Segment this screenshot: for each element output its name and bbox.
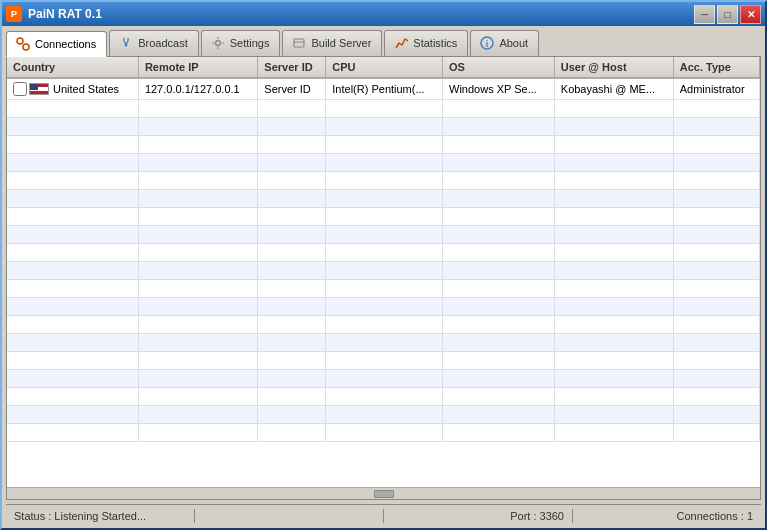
svg-point-4 bbox=[215, 41, 220, 46]
window-title: PaiN RAT 0.1 bbox=[28, 7, 102, 21]
tab-statistics-label: Statistics bbox=[413, 37, 457, 49]
tab-about-label: About bbox=[499, 37, 528, 49]
svg-rect-5 bbox=[294, 39, 304, 47]
empty-row bbox=[7, 172, 760, 190]
content-area: Country Remote IP Server ID CPU OS User … bbox=[6, 56, 761, 500]
maximize-button[interactable]: □ bbox=[717, 5, 738, 24]
empty-row bbox=[7, 154, 760, 172]
empty-row bbox=[7, 100, 760, 118]
tab-bar: Connections Broadcast Settings Build Ser… bbox=[2, 26, 765, 56]
title-bar: P PaiN RAT 0.1 ─ □ ✕ bbox=[0, 0, 767, 26]
row-checkbox[interactable] bbox=[13, 82, 27, 96]
title-bar-left: P PaiN RAT 0.1 bbox=[6, 6, 102, 22]
empty-row bbox=[7, 262, 760, 280]
connections-tab-icon bbox=[15, 36, 31, 52]
empty-row bbox=[7, 208, 760, 226]
tab-broadcast[interactable]: Broadcast bbox=[109, 30, 199, 56]
empty-row bbox=[7, 226, 760, 244]
tab-build-server[interactable]: Build Server bbox=[282, 30, 382, 56]
main-window: Connections Broadcast Settings Build Ser… bbox=[0, 26, 767, 530]
flag-icon bbox=[29, 83, 49, 95]
settings-tab-icon bbox=[210, 35, 226, 51]
tab-connections[interactable]: Connections bbox=[6, 31, 107, 57]
empty-row bbox=[7, 424, 760, 442]
app-icon: P bbox=[6, 6, 22, 22]
cell-country: United States bbox=[7, 78, 138, 100]
table-wrapper[interactable]: Country Remote IP Server ID CPU OS User … bbox=[7, 57, 760, 487]
cell-cpu: Intel(R) Pentium(... bbox=[326, 78, 443, 100]
cell-acc-type: Administrator bbox=[673, 78, 759, 100]
status-listening: Status : Listening Started... bbox=[14, 510, 186, 522]
title-controls: ─ □ ✕ bbox=[694, 5, 761, 24]
empty-row bbox=[7, 316, 760, 334]
empty-row bbox=[7, 244, 760, 262]
minimize-button[interactable]: ─ bbox=[694, 5, 715, 24]
svg-text:i: i bbox=[486, 39, 489, 49]
svg-line-2 bbox=[23, 43, 24, 44]
connections-table: Country Remote IP Server ID CPU OS User … bbox=[7, 57, 760, 442]
tab-settings-label: Settings bbox=[230, 37, 270, 49]
tab-connections-label: Connections bbox=[35, 38, 96, 50]
statistics-tab-icon bbox=[393, 35, 409, 51]
empty-row bbox=[7, 298, 760, 316]
col-acc-type: Acc. Type bbox=[673, 57, 759, 78]
svg-point-1 bbox=[23, 44, 29, 50]
cell-server-id: Server ID bbox=[258, 78, 326, 100]
empty-row bbox=[7, 136, 760, 154]
status-divider-3 bbox=[572, 509, 573, 523]
tab-statistics[interactable]: Statistics bbox=[384, 30, 468, 56]
col-os: OS bbox=[443, 57, 555, 78]
empty-row bbox=[7, 334, 760, 352]
table-row[interactable]: United States 127.0.0.1/127.0.0.1 Server… bbox=[7, 78, 760, 100]
tab-about[interactable]: i About bbox=[470, 30, 539, 56]
svg-point-0 bbox=[17, 38, 23, 44]
tab-settings[interactable]: Settings bbox=[201, 30, 281, 56]
empty-row bbox=[7, 118, 760, 136]
status-bar: Status : Listening Started... Port : 336… bbox=[6, 504, 761, 526]
close-button[interactable]: ✕ bbox=[740, 5, 761, 24]
col-server-id: Server ID bbox=[258, 57, 326, 78]
build-server-tab-icon bbox=[291, 35, 307, 51]
table-header-row: Country Remote IP Server ID CPU OS User … bbox=[7, 57, 760, 78]
svg-point-3 bbox=[125, 44, 128, 47]
tab-broadcast-label: Broadcast bbox=[138, 37, 188, 49]
status-connections: Connections : 1 bbox=[581, 510, 753, 522]
empty-row bbox=[7, 190, 760, 208]
scroll-thumb[interactable] bbox=[374, 490, 394, 498]
col-user-host: User @ Host bbox=[554, 57, 673, 78]
cell-user-host: Kobayashi @ ME... bbox=[554, 78, 673, 100]
about-tab-icon: i bbox=[479, 35, 495, 51]
empty-row bbox=[7, 388, 760, 406]
horizontal-scrollbar[interactable] bbox=[7, 487, 760, 499]
col-cpu: CPU bbox=[326, 57, 443, 78]
status-port: Port : 3360 bbox=[392, 510, 564, 522]
empty-row bbox=[7, 406, 760, 424]
empty-row bbox=[7, 280, 760, 298]
tab-build-server-label: Build Server bbox=[311, 37, 371, 49]
col-remote-ip: Remote IP bbox=[138, 57, 257, 78]
status-divider-1 bbox=[194, 509, 195, 523]
col-country: Country bbox=[7, 57, 138, 78]
cell-remote-ip: 127.0.0.1/127.0.0.1 bbox=[138, 78, 257, 100]
cell-os: Windows XP Se... bbox=[443, 78, 555, 100]
empty-row bbox=[7, 370, 760, 388]
empty-row bbox=[7, 352, 760, 370]
status-divider-2 bbox=[383, 509, 384, 523]
broadcast-tab-icon bbox=[118, 35, 134, 51]
